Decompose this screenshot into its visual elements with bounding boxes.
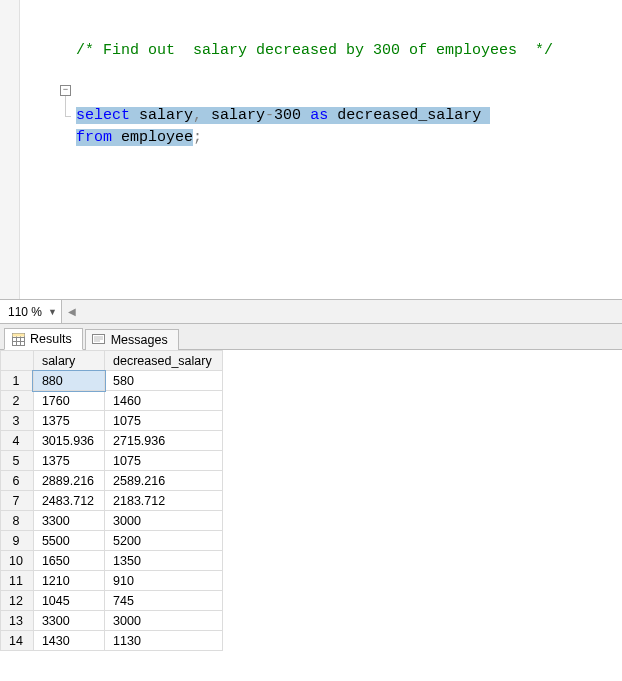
cell[interactable]: 5200 [105, 531, 223, 551]
table-row[interactable]: 62889.2162589.216 [1, 471, 223, 491]
row-number[interactable]: 13 [1, 611, 34, 631]
cell[interactable]: 2889.216 [33, 471, 104, 491]
editor-gutter [0, 0, 20, 299]
row-number[interactable]: 5 [1, 451, 34, 471]
zoom-bar: 110 % ▼ ◀ [0, 300, 622, 324]
table-row[interactable]: 1880580 [1, 371, 223, 391]
grid-icon [11, 332, 25, 346]
cell[interactable]: 1075 [105, 451, 223, 471]
row-number[interactable]: 12 [1, 591, 34, 611]
cell[interactable]: 3300 [33, 511, 104, 531]
cell[interactable]: 1430 [33, 631, 104, 651]
cell[interactable]: 1375 [33, 451, 104, 471]
minus-op: - [265, 107, 274, 124]
table-row[interactable]: 833003000 [1, 511, 223, 531]
cell[interactable]: 1650 [33, 551, 104, 571]
col-header-decreased[interactable]: decreased_salary [105, 351, 223, 371]
cell[interactable]: 1350 [105, 551, 223, 571]
semicolon: ; [193, 129, 202, 146]
fold-toggle-icon[interactable]: − [60, 85, 71, 96]
tab-messages-label: Messages [111, 333, 168, 347]
svg-rect-5 [12, 333, 24, 336]
kw-from: from [76, 129, 112, 146]
table-row[interactable]: 43015.9362715.936 [1, 431, 223, 451]
table-employee: employee [121, 129, 193, 146]
cell[interactable]: 3000 [105, 611, 223, 631]
row-number[interactable]: 7 [1, 491, 34, 511]
cell[interactable]: 2589.216 [105, 471, 223, 491]
cell[interactable]: 580 [105, 371, 223, 391]
cell[interactable]: 2715.936 [105, 431, 223, 451]
literal-300: 300 [274, 107, 301, 124]
code-block[interactable]: /* Find out salary decreased by 300 of e… [20, 0, 622, 299]
chevron-down-icon: ▼ [48, 307, 57, 317]
table-row[interactable]: 313751075 [1, 411, 223, 431]
table-row[interactable]: 1016501350 [1, 551, 223, 571]
tab-results[interactable]: Results [4, 328, 83, 350]
table-row[interactable]: 111210910 [1, 571, 223, 591]
row-number[interactable]: 3 [1, 411, 34, 431]
cell[interactable]: 1045 [33, 591, 104, 611]
comma: , [193, 107, 202, 124]
cell[interactable]: 1460 [105, 391, 223, 411]
zoom-nav[interactable]: ◀ [62, 306, 82, 317]
cell[interactable]: 3015.936 [33, 431, 104, 451]
table-row[interactable]: 955005200 [1, 531, 223, 551]
cell[interactable]: 1760 [33, 391, 104, 411]
col-header-salary[interactable]: salary [33, 351, 104, 371]
sql-comment: /* Find out salary decreased by 300 of e… [76, 42, 553, 59]
zoom-value: 110 % [8, 305, 42, 319]
results-grid[interactable]: salary decreased_salary 1880580217601460… [0, 350, 223, 651]
table-row[interactable]: 513751075 [1, 451, 223, 471]
row-number[interactable]: 2 [1, 391, 34, 411]
cell[interactable]: 5500 [33, 531, 104, 551]
table-row[interactable]: 217601460 [1, 391, 223, 411]
tab-results-label: Results [30, 332, 72, 346]
row-number[interactable]: 9 [1, 531, 34, 551]
col-salary2: salary [211, 107, 265, 124]
alias-decreased: decreased_salary [337, 107, 481, 124]
result-tabs: Results Messages [0, 324, 622, 350]
cell[interactable]: 910 [105, 571, 223, 591]
cell[interactable]: 2183.712 [105, 491, 223, 511]
sql-editor[interactable]: /* Find out salary decreased by 300 of e… [0, 0, 622, 300]
row-number[interactable]: 1 [1, 371, 34, 391]
table-row[interactable]: 1333003000 [1, 611, 223, 631]
row-number[interactable]: 11 [1, 571, 34, 591]
row-number[interactable]: 14 [1, 631, 34, 651]
cell[interactable]: 1130 [105, 631, 223, 651]
row-number[interactable]: 4 [1, 431, 34, 451]
table-row[interactable]: 72483.7122183.712 [1, 491, 223, 511]
fold-guide [65, 96, 66, 116]
fold-guide-end [65, 116, 71, 117]
rownum-header [1, 351, 34, 371]
cell[interactable]: 1075 [105, 411, 223, 431]
cell[interactable]: 745 [105, 591, 223, 611]
tab-messages[interactable]: Messages [85, 329, 179, 350]
row-number[interactable]: 8 [1, 511, 34, 531]
cell[interactable]: 880 [33, 371, 104, 391]
kw-as: as [310, 107, 328, 124]
cell[interactable]: 1210 [33, 571, 104, 591]
results-grid-wrap[interactable]: salary decreased_salary 1880580217601460… [0, 350, 622, 680]
row-number[interactable]: 10 [1, 551, 34, 571]
cell[interactable]: 1375 [33, 411, 104, 431]
zoom-select[interactable]: 110 % ▼ [0, 300, 62, 323]
cell[interactable]: 3300 [33, 611, 104, 631]
col-salary: salary [139, 107, 193, 124]
messages-icon [92, 333, 106, 347]
table-row[interactable]: 1414301130 [1, 631, 223, 651]
cell[interactable]: 3000 [105, 511, 223, 531]
table-row[interactable]: 121045745 [1, 591, 223, 611]
cell[interactable]: 2483.712 [33, 491, 104, 511]
kw-select: select [76, 107, 130, 124]
row-number[interactable]: 6 [1, 471, 34, 491]
